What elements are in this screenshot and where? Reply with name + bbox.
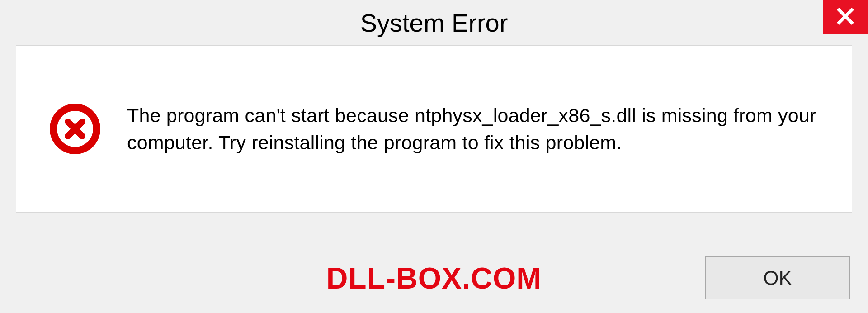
watermark-text: DLL-BOX.COM: [326, 261, 542, 295]
error-message: The program can't start because ntphysx_…: [127, 102, 825, 156]
footer: DLL-BOX.COM OK: [0, 256, 868, 299]
content-panel: The program can't start because ntphysx_…: [16, 45, 852, 213]
dialog-title: System Error: [360, 8, 508, 38]
error-icon: [48, 102, 102, 156]
close-button[interactable]: [823, 0, 868, 34]
titlebar: System Error: [0, 0, 868, 45]
close-icon: [836, 7, 854, 27]
ok-button[interactable]: OK: [705, 256, 850, 299]
